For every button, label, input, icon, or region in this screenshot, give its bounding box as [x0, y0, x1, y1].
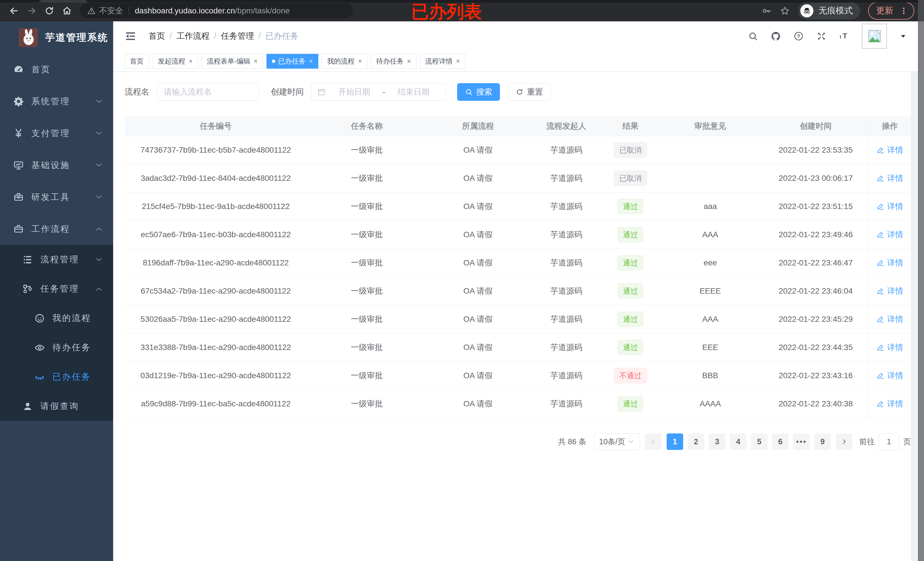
sidebar-item-label: 任务管理 [40, 283, 79, 295]
sidebar-item[interactable]: 请假查询 [0, 392, 113, 421]
cell-task-id: ec507ae6-7b9a-11ec-b03b-acde48001122 [124, 221, 307, 248]
page-button[interactable]: 1 [667, 434, 683, 450]
url-bar[interactable]: 不安全 dashboard.yudao.iocoder.cn/bpm/task/… [80, 3, 353, 18]
close-icon[interactable]: × [254, 58, 258, 64]
sidebar-item[interactable]: 研发工具 [0, 181, 113, 213]
forward-icon[interactable] [23, 4, 40, 17]
prev-page-button[interactable] [645, 434, 662, 450]
goto-page-input[interactable] [879, 434, 899, 450]
sidebar-logo-row[interactable]: 芋道管理系统 [0, 21, 113, 54]
tab-item[interactable]: 待办任务 × [371, 54, 416, 69]
cell-actions: 详情 [868, 305, 911, 333]
tab-label: 流程详情 [425, 57, 453, 66]
close-icon[interactable]: × [309, 58, 313, 64]
detail-link-label: 详情 [887, 314, 903, 325]
tab-item[interactable]: 流程详情 × [420, 54, 465, 69]
date-range-input[interactable]: 开始日期 - 结束日期 [311, 83, 446, 101]
table-row: 74736737-7b9b-11ec-b5b7-acde48001122 一级审… [124, 136, 911, 164]
page-size-select[interactable]: 10条/页 [594, 434, 640, 450]
breadcrumb-item[interactable]: 工作流程 [176, 30, 210, 42]
close-icon[interactable]: × [456, 58, 460, 64]
window-scrollbar[interactable] [918, 0, 924, 561]
github-icon[interactable] [771, 31, 781, 41]
back-icon[interactable] [5, 4, 23, 17]
page-button[interactable]: 2 [688, 434, 704, 450]
breadcrumb-item[interactable]: 已办任务 [266, 30, 298, 42]
browser-tab[interactable] [39, 0, 87, 3]
cell-comment: aaa [657, 193, 763, 220]
home-icon[interactable] [58, 4, 76, 17]
tab-item[interactable]: 发起流程 × [153, 54, 198, 69]
detail-link[interactable]: 详情 [876, 257, 903, 268]
sidebar-item[interactable]: 任务管理 [0, 274, 113, 304]
detail-link[interactable]: 详情 [876, 229, 903, 240]
end-date-placeholder[interactable]: 结束日期 [388, 87, 440, 97]
column-header[interactable]: 所属流程 [427, 117, 529, 136]
fullscreen-icon[interactable] [816, 31, 826, 41]
column-header[interactable]: 流程发起人 [529, 117, 603, 136]
page-button[interactable]: 6 [772, 434, 789, 450]
search-button[interactable]: 搜索 [457, 83, 500, 101]
column-header[interactable]: 创建时间 [763, 117, 868, 136]
cell-task-id: 67c534a2-7b9a-11ec-a290-acde48001122 [124, 277, 307, 305]
sidebar-item[interactable]: 已办任务 [0, 362, 113, 392]
tab-item[interactable]: 已办任务 × [267, 54, 318, 69]
detail-link[interactable]: 详情 [876, 145, 903, 156]
bookmark-star-icon[interactable] [780, 6, 790, 16]
search-icon[interactable] [748, 31, 758, 41]
sidebar-item[interactable]: 首页 [0, 54, 113, 85]
tab-item[interactable]: 首页 [124, 54, 149, 69]
next-page-button[interactable] [836, 434, 852, 450]
detail-link[interactable]: 详情 [876, 370, 903, 381]
detail-link[interactable]: 详情 [876, 286, 903, 296]
sidebar-item[interactable]: 系统管理 [0, 85, 113, 117]
user-caret-down-icon[interactable] [900, 33, 907, 40]
edit-icon [876, 202, 884, 211]
help-icon[interactable] [794, 31, 804, 41]
column-header[interactable]: 操作 [868, 117, 911, 136]
key-icon[interactable] [762, 6, 772, 16]
detail-link[interactable]: 详情 [876, 314, 903, 325]
column-header[interactable]: 任务编号 [124, 117, 307, 136]
column-header[interactable]: 任务名称 [307, 117, 427, 136]
page-button[interactable]: ••• [793, 434, 810, 450]
sidebar-item[interactable]: 流程管理 [0, 245, 113, 274]
sidebar-item[interactable]: 工作流程 [0, 213, 113, 245]
page-button[interactable]: 3 [709, 434, 725, 450]
page-button[interactable]: 9 [814, 434, 831, 450]
edit-icon [876, 315, 884, 323]
sidebar-item[interactable]: 支付管理 [0, 117, 113, 149]
reset-button[interactable]: 重置 [508, 83, 550, 101]
sidebar-item[interactable]: 我的流程 [0, 304, 113, 333]
detail-link[interactable]: 详情 [876, 201, 903, 212]
close-icon[interactable]: × [189, 58, 193, 64]
sidebar-item[interactable]: 待办任务 [0, 333, 113, 362]
reload-icon[interactable] [40, 4, 58, 17]
avatar[interactable] [862, 24, 887, 49]
column-header[interactable]: 结果 [603, 117, 657, 136]
security-label[interactable]: 不安全 [99, 5, 123, 16]
sidebar-item-label: 待办任务 [52, 342, 91, 353]
incognito-label: 无痕模式 [819, 5, 853, 16]
sidebar-fold-icon[interactable] [124, 30, 136, 42]
breadcrumb-item[interactable]: 首页 [148, 30, 165, 42]
close-icon[interactable]: × [358, 58, 362, 64]
sidebar-item[interactable]: 基础设施 [0, 149, 113, 181]
tab-item[interactable]: 我的流程 × [322, 54, 368, 69]
breadcrumb-item[interactable]: 任务管理 [221, 30, 254, 42]
url-text[interactable]: dashboard.yudao.iocoder.cn/bpm/task/done [135, 6, 290, 15]
process-name-input[interactable] [157, 83, 260, 101]
detail-link[interactable]: 详情 [876, 342, 903, 353]
start-date-placeholder[interactable]: 开始日期 [328, 87, 380, 97]
result-badge: 通过 [618, 255, 643, 271]
detail-link[interactable]: 详情 [876, 173, 903, 184]
close-icon[interactable]: × [407, 58, 411, 64]
browser-menu-dots-icon[interactable] [900, 6, 908, 15]
page-button[interactable]: 5 [751, 434, 768, 450]
fontsize-icon[interactable] [839, 31, 849, 41]
tab-item[interactable]: 流程表单-编辑 × [201, 54, 263, 69]
update-button[interactable]: 更新 [868, 2, 914, 19]
page-button[interactable]: 4 [730, 434, 747, 450]
column-header[interactable]: 审批意见 [657, 117, 763, 136]
detail-link[interactable]: 详情 [876, 398, 903, 409]
